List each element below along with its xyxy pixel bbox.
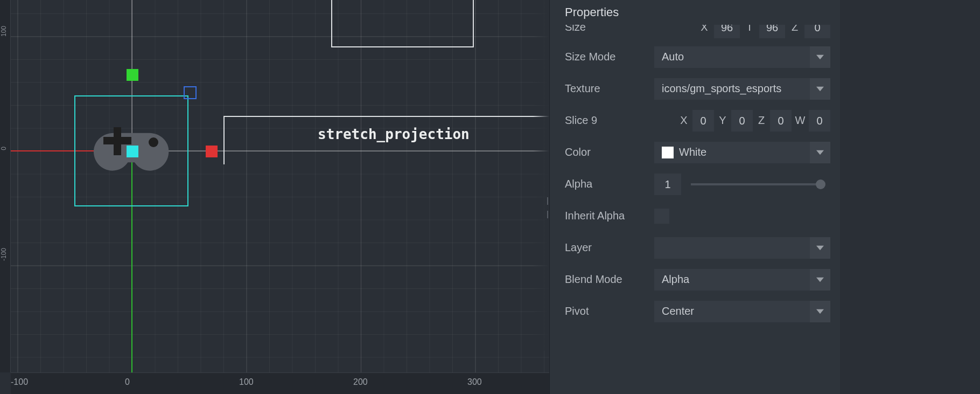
size-mode-select[interactable]: Auto [654,46,830,68]
color-swatch [662,147,674,158]
blend-mode-label: Blend Mode [565,273,654,286]
pivot-select[interactable]: Center [654,301,830,322]
size-t-input[interactable]: 96 [759,25,785,38]
alpha-slider[interactable] [691,183,821,185]
blend-mode-select[interactable]: Alpha [654,269,830,291]
color-label: Color [565,146,654,158]
slice9-z-input[interactable]: 0 [770,110,792,132]
chevron-down-icon [810,301,830,322]
chevron-down-icon [810,269,830,291]
chevron-down-icon [810,142,830,163]
size-z-input[interactable]: 0 [804,25,830,38]
chevron-down-icon [810,237,830,259]
corner-handle[interactable] [184,86,197,99]
size-row: Size X 96 T 96 Z 0 [565,25,830,41]
node-label: stretch_projection [318,126,470,142]
gizmo-x-handle[interactable] [206,146,218,157]
texture-select[interactable]: icons/gm_sports_esports [654,78,830,100]
horizontal-ruler: -100 0 100 200 300 [11,372,549,394]
vertical-ruler: 100 0 -100 [0,0,11,372]
slice9-y-input[interactable]: 0 [731,110,753,132]
offscreen-node-outline [331,0,474,47]
scene-viewport[interactable]: stretch_projection [0,0,549,394]
gizmo-move-handle[interactable] [127,146,138,157]
inherit-alpha-checkbox[interactable] [654,209,669,224]
size-x-input[interactable]: 96 [714,25,740,38]
gizmo-y-handle[interactable] [127,69,138,81]
layer-label: Layer [565,241,654,254]
pivot-label: Pivot [565,305,654,317]
layer-select[interactable] [654,237,830,259]
slice9-w-input[interactable]: 0 [809,110,830,132]
chevron-down-icon [810,46,830,68]
chevron-down-icon [810,78,830,100]
color-select[interactable]: White [654,142,830,163]
panel-resize-handle[interactable] [545,194,550,221]
properties-panel: Properties Size X 96 T 96 Z 0 Size [549,0,840,394]
alpha-label: Alpha [565,178,654,190]
size-mode-label: Size Mode [565,51,654,63]
panel-title: Properties [550,0,840,25]
texture-label: Texture [565,82,654,95]
slice9-label: Slice 9 [565,114,654,127]
inherit-alpha-label: Inherit Alpha [565,210,654,222]
alpha-input[interactable]: 1 [654,174,681,195]
slice9-x-input[interactable]: 0 [692,110,714,132]
